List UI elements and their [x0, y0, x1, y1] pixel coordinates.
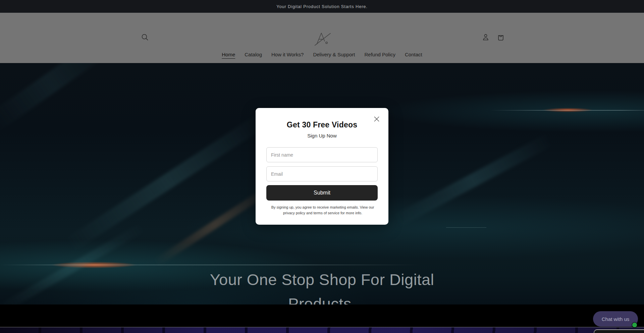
hero-light-line [490, 110, 644, 111]
hero-heading-line1: Your One Stop Shop For Digital [0, 268, 644, 292]
footer-band [0, 304, 644, 327]
logo-icon [312, 29, 332, 48]
chat-teaser-edge [594, 329, 644, 333]
logo[interactable] [312, 29, 332, 48]
header-actions [481, 33, 505, 42]
hero-streak [0, 63, 114, 132]
online-status-dot [632, 323, 637, 327]
chat-with-us-button[interactable]: Chat with us [593, 311, 638, 327]
site-header: Home Catalog How it Works? Delivery & Su… [0, 13, 644, 63]
first-name-field[interactable] [266, 147, 378, 162]
main-nav: Home Catalog How it Works? Delivery & Su… [0, 52, 644, 57]
announcement-text: Your Digital Product Solution Starts Her… [276, 4, 368, 9]
chat-label: Chat with us [602, 316, 630, 322]
hero-streak [393, 133, 553, 227]
bottom-image-strip [0, 327, 644, 333]
signup-modal: Get 30 Free Videos Sign Up Now Submit By… [256, 108, 388, 225]
hero-heading: Your One Stop Shop For Digital Products. [0, 268, 644, 304]
hero-streak [65, 111, 270, 252]
modal-title: Get 30 Free Videos [266, 120, 378, 129]
nav-delivery-support[interactable]: Delivery & Support [313, 52, 355, 57]
hero-heading-line2: Products. [0, 292, 644, 304]
announcement-bar: Your Digital Product Solution Starts Her… [0, 0, 644, 13]
nav-home[interactable]: Home [222, 52, 235, 57]
nav-how-it-works[interactable]: How it Works? [271, 52, 304, 57]
email-field[interactable] [266, 166, 378, 181]
modal-disclaimer: By signing up, you agree to receive mark… [266, 205, 379, 216]
hero-light-line [0, 265, 419, 265]
account-button[interactable] [481, 33, 490, 42]
nav-refund-policy[interactable]: Refund Policy [364, 52, 395, 57]
search-icon [141, 33, 149, 42]
search-button[interactable] [141, 33, 149, 42]
hero-light-line [446, 227, 486, 228]
account-icon [481, 33, 490, 42]
cart-icon [496, 33, 505, 42]
submit-button[interactable]: Submit [266, 185, 378, 201]
modal-close-button[interactable] [373, 115, 380, 123]
nav-contact[interactable]: Contact [405, 52, 422, 57]
modal-subtitle: Sign Up Now [266, 133, 378, 139]
page: Your Digital Product Solution Starts Her… [0, 0, 644, 333]
cart-button[interactable] [496, 33, 505, 42]
close-icon [373, 115, 380, 123]
nav-catalog[interactable]: Catalog [245, 52, 262, 57]
